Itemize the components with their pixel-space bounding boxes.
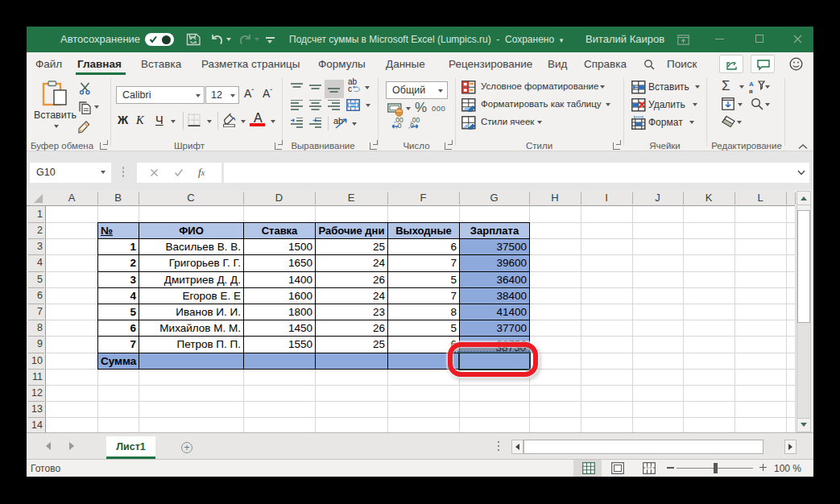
svg-text:А: А bbox=[749, 81, 754, 88]
svg-text:я: я bbox=[749, 88, 753, 94]
